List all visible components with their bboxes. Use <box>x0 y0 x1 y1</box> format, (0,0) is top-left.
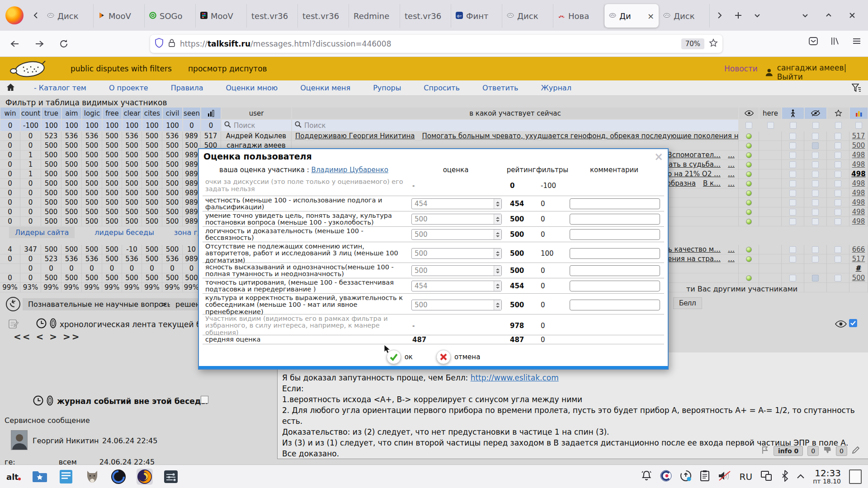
bookmark-star-icon[interactable] <box>709 38 718 49</box>
notifications-bell-icon[interactable] <box>641 470 652 483</box>
browser-tab[interactable]: test.vr36 <box>400 4 451 28</box>
filter-checkbox[interactable] <box>812 122 819 129</box>
column-header-free[interactable]: free <box>103 108 122 119</box>
rating-number-link[interactable]: 517 <box>852 255 865 263</box>
discussion-link[interactable]: … <box>728 170 735 178</box>
discussion-link[interactable]: … <box>728 255 735 263</box>
news-link[interactable]: Новости <box>724 64 758 73</box>
filter-funnel-icon[interactable] <box>852 84 862 94</box>
library-icon[interactable] <box>830 36 840 48</box>
filter-checkbox[interactable] <box>835 122 842 129</box>
rated-user-link[interactable]: Владимир Цубаренко <box>311 166 388 174</box>
c-logo-tray-icon[interactable] <box>660 470 672 483</box>
column-header-true[interactable]: true <box>42 108 61 119</box>
person-checkbox[interactable] <box>789 180 796 187</box>
alt-linux-icon[interactable]: alt <box>5 469 22 485</box>
rating-number-link[interactable]: 500 <box>852 141 865 150</box>
like-count-badge[interactable]: 0 <box>807 446 819 456</box>
column-header-seen[interactable]: seen <box>183 108 200 119</box>
filter-value-2[interactable]: -100 <box>21 120 41 131</box>
bell-button[interactable]: Белл <box>673 297 702 309</box>
discussion-link[interactable]: Вспомогател… <box>667 151 721 159</box>
rating-number-link[interactable]: 498 <box>852 198 865 206</box>
bluetooth-icon[interactable] <box>781 470 788 483</box>
score-spinner-input[interactable]: 500 <box>411 300 502 310</box>
browser-tab[interactable]: фтФинт <box>451 4 502 28</box>
tab-active[interactable]: Ди× <box>604 4 659 28</box>
column-header-civil[interactable]: civil <box>163 108 182 119</box>
score-spinner-input[interactable]: 500 <box>411 248 502 259</box>
display-network-icon[interactable] <box>760 470 773 483</box>
browser-tab[interactable]: MooV <box>196 4 247 28</box>
comment-input[interactable] <box>570 198 660 209</box>
column-header-user[interactable]: user <box>222 108 291 119</box>
clipboard-tray-icon[interactable] <box>700 470 710 483</box>
person-checkbox[interactable] <box>789 218 796 225</box>
filter-value-3[interactable]: 100 <box>42 120 61 131</box>
info-button[interactable]: info 0 <box>774 446 803 456</box>
nav-item-7[interactable]: Спросить <box>424 84 460 92</box>
filter-checkbox[interactable] <box>745 122 752 129</box>
star-checkbox[interactable] <box>835 218 841 225</box>
rating-number-link[interactable]: 498 <box>851 170 865 178</box>
visibility-checkbox[interactable] <box>849 319 857 327</box>
dark-circle-app-icon[interactable] <box>110 469 127 485</box>
discussion-link[interactable]: Поддерживаю Георгия Никитина <box>295 132 415 140</box>
eyeoff-checkbox[interactable] <box>812 161 819 168</box>
column-header-logic[interactable]: logic <box>82 108 102 119</box>
nav-item-8[interactable]: Ответить <box>482 84 519 92</box>
rating-number-link[interactable]: 517 <box>852 132 865 140</box>
talksift-strainer-logo[interactable] <box>7 57 49 80</box>
column-header-count[interactable]: count <box>21 108 41 119</box>
discussion-link[interactable]: Помогать больным чревато, ухудшается ген… <box>422 132 739 140</box>
message-link[interactable]: http://www.eslitak.com <box>471 373 559 382</box>
eyeoff-checkbox[interactable] <box>812 190 819 197</box>
tab-scroll-right-icon[interactable] <box>712 9 726 22</box>
edit-pencil-icon[interactable] <box>852 446 860 456</box>
star-checkbox[interactable] <box>835 209 841 216</box>
user-search-input[interactable]: Поиск <box>222 120 291 131</box>
score-spinner-input[interactable]: 500 <box>411 229 502 240</box>
eyeoff-checkbox[interactable] <box>812 209 819 216</box>
firefox-taskbar-icon[interactable] <box>137 469 153 485</box>
pocket-save-icon[interactable] <box>808 36 818 48</box>
nav-item-6[interactable]: Рупоры <box>373 84 401 92</box>
score-spinner-input[interactable]: 500 <box>411 214 502 225</box>
spinner-arrows-icon[interactable] <box>494 249 501 258</box>
browser-tab[interactable]: Диск <box>42 4 94 28</box>
star-checkbox[interactable] <box>835 133 841 140</box>
show-desktop-button[interactable] <box>849 469 862 484</box>
back-button[interactable] <box>7 36 23 52</box>
modal-close-icon[interactable]: × <box>654 150 663 163</box>
eyeoff-checkbox[interactable] <box>812 275 819 282</box>
person-checkbox[interactable] <box>789 209 796 216</box>
leader-tab-2[interactable]: лидеры беседы <box>94 228 154 237</box>
browser-tab[interactable]: Нова <box>553 4 604 28</box>
rating-number-link[interactable]: 498 <box>852 217 865 225</box>
filter-value-8[interactable]: 100 <box>142 120 162 131</box>
home-icon[interactable] <box>6 83 15 93</box>
ok-button[interactable]: ок <box>387 350 413 364</box>
rating-number-link[interactable]: # <box>856 264 862 272</box>
filter-checkbox[interactable] <box>855 122 862 129</box>
account-area[interactable]: сангаджи амеев| Выйти <box>765 63 868 81</box>
leader-tab-1[interactable]: Лидеры сайта <box>9 227 75 238</box>
rating-number-link[interactable]: 498 <box>852 208 865 216</box>
person-checkbox[interactable] <box>789 133 796 140</box>
column-header-aim[interactable]: aim <box>62 108 81 119</box>
filter-value-4[interactable]: 100 <box>62 120 81 131</box>
person-checkbox[interactable] <box>789 246 796 253</box>
star-checkbox[interactable] <box>835 152 841 159</box>
tab-close-icon[interactable]: × <box>647 11 654 21</box>
window-close-button[interactable] <box>846 9 858 21</box>
rating-number-link[interactable]: 498 <box>852 189 865 197</box>
browser-tab[interactable]: Redmine <box>349 4 400 28</box>
new-tab-button[interactable] <box>731 9 745 22</box>
eyeoff-checkbox[interactable] <box>812 171 819 178</box>
visible-eye-icon[interactable] <box>835 320 847 329</box>
text-editor-icon[interactable] <box>58 469 74 485</box>
filter-value-7[interactable]: 100 <box>123 120 142 131</box>
ok-check-icon[interactable] <box>387 350 401 364</box>
window-minimize-button[interactable] <box>799 9 811 21</box>
person-checkbox[interactable] <box>789 199 796 206</box>
